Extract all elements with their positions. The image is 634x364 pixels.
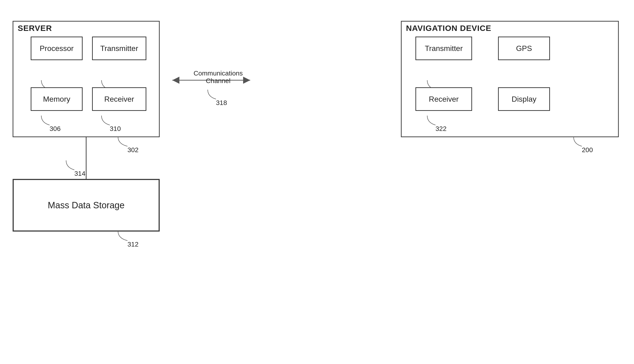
mass-storage-box: Mass Data Storage [13,179,159,231]
channel-label: CommunicationsChannel [194,70,243,85]
ref-200: 200 [582,146,593,154]
ref-314: 314 [74,170,86,178]
nav-transmitter-box: Transmitter [415,36,472,60]
nav-device-label: NAVIGATION DEVICE [406,24,491,33]
ref-318: 318 [216,99,227,107]
server-transmitter-box: Transmitter [92,36,146,60]
display-box: Display [498,87,550,111]
ref-306: 306 [50,125,61,132]
gps-box: GPS [498,36,550,60]
memory-box: Memory [31,87,83,111]
svg-marker-5 [172,77,179,84]
ref-302: 302 [128,146,139,154]
server-label: SERVER [18,24,52,33]
server-receiver-box: Receiver [92,87,146,111]
ref-310: 310 [110,125,121,132]
svg-marker-6 [243,77,250,84]
ref-312: 312 [128,240,139,248]
nav-receiver-box: Receiver [415,87,472,111]
ref-322: 322 [435,125,447,132]
processor-box: Processor [31,36,83,60]
